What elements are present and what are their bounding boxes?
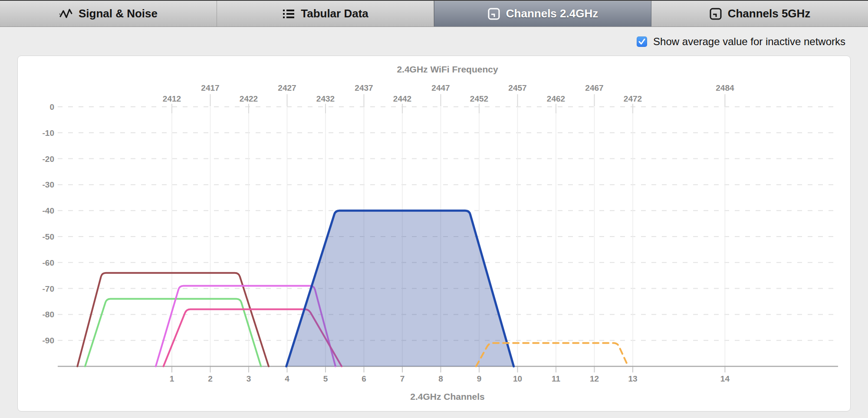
svg-text:-50: -50 (43, 232, 54, 241)
checkmark-icon (638, 37, 646, 46)
svg-text:2.4GHz WiFi Frequency: 2.4GHz WiFi Frequency (397, 64, 498, 74)
tab-label: Channels 5GHz (728, 7, 811, 20)
top-frequency-axis: 2417242724372447245724672484241224222432… (163, 83, 734, 113)
svg-text:-70: -70 (43, 284, 54, 293)
tab-bar: Signal & Noise Tabular Data (0, 0, 868, 27)
svg-text:7: 7 (400, 374, 405, 383)
svg-text:2422: 2422 (240, 94, 258, 103)
svg-text:9: 9 (477, 374, 482, 383)
channels-5ghz-icon (709, 7, 722, 20)
svg-text:-40: -40 (43, 206, 54, 215)
tab-label: Signal & Noise (79, 7, 158, 20)
svg-text:10: 10 (513, 374, 522, 383)
wifi-analyzer-window: Signal & Noise Tabular Data (0, 0, 868, 418)
svg-text:2457: 2457 (508, 83, 526, 92)
tab-signal-noise[interactable]: Signal & Noise (0, 1, 217, 26)
signal-noise-icon (59, 7, 73, 20)
svg-text:-90: -90 (43, 336, 54, 345)
tab-channels-24ghz[interactable]: Channels 2.4GHz (434, 1, 651, 26)
show-average-label: Show average value for inactive networks (653, 36, 845, 48)
channels-24ghz-icon (487, 7, 500, 20)
svg-text:2412: 2412 (163, 94, 181, 103)
tabular-data-icon (282, 7, 295, 20)
maroon-network-ch1[interactable] (77, 273, 269, 366)
channels-24ghz-chart: 2.4GHz WiFi Frequency2.4GHz Channels0-10… (18, 56, 851, 412)
show-average-checkbox[interactable] (637, 36, 647, 47)
svg-text:2417: 2417 (201, 83, 219, 92)
blue-network-ch7-active-fill (286, 211, 514, 366)
channels-chart-card: 2.4GHz WiFi Frequency2.4GHz Channels0-10… (17, 56, 851, 411)
svg-text:2462: 2462 (547, 94, 565, 103)
svg-text:2427: 2427 (278, 83, 296, 92)
svg-text:2442: 2442 (393, 94, 411, 103)
svg-text:2432: 2432 (316, 94, 335, 103)
svg-text:2.4GHz Channels: 2.4GHz Channels (410, 392, 485, 402)
svg-text:0: 0 (49, 102, 54, 112)
svg-text:8: 8 (438, 374, 443, 383)
svg-text:-30: -30 (43, 180, 54, 189)
svg-text:14: 14 (720, 374, 730, 383)
svg-text:3: 3 (247, 374, 251, 383)
svg-text:2472: 2472 (624, 94, 642, 103)
svg-text:-80: -80 (43, 310, 54, 319)
svg-text:-10: -10 (43, 128, 54, 138)
svg-text:2484: 2484 (716, 83, 734, 92)
network-curves (77, 211, 628, 366)
svg-text:-60: -60 (43, 258, 54, 267)
tab-tabular-data[interactable]: Tabular Data (217, 1, 434, 26)
svg-text:2447: 2447 (431, 83, 450, 92)
svg-text:1: 1 (170, 374, 174, 383)
svg-text:5: 5 (323, 374, 328, 383)
svg-text:12: 12 (590, 374, 599, 383)
tab-channels-5ghz[interactable]: Channels 5GHz (651, 1, 868, 26)
tab-label: Tabular Data (301, 7, 368, 20)
svg-text:2: 2 (208, 374, 213, 383)
options-row: Show average value for inactive networks (0, 28, 868, 55)
svg-text:2452: 2452 (470, 94, 488, 103)
svg-text:4: 4 (285, 374, 289, 383)
svg-text:6: 6 (362, 374, 366, 383)
tab-label: Channels 2.4GHz (506, 7, 598, 20)
svg-text:2437: 2437 (355, 83, 373, 92)
svg-text:2467: 2467 (585, 83, 603, 92)
svg-text:-20: -20 (43, 155, 54, 164)
svg-text:13: 13 (628, 374, 637, 383)
svg-text:11: 11 (552, 374, 561, 383)
